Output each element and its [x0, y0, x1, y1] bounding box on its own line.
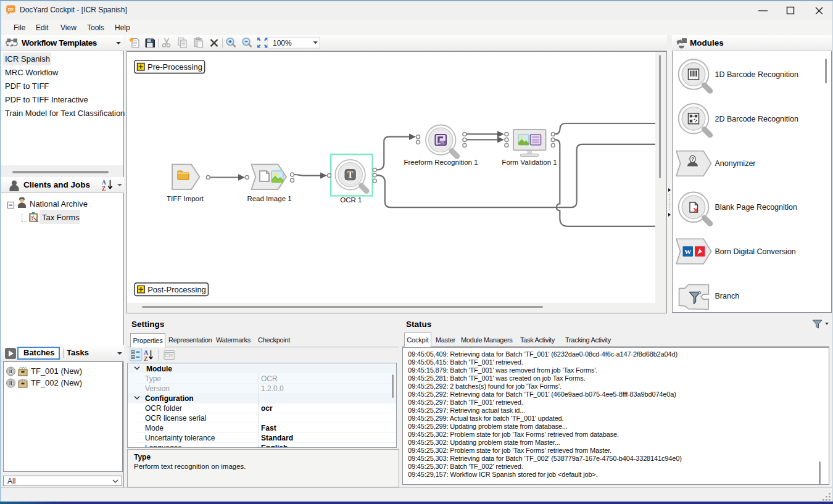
svg-text:OCR 1: OCR 1: [340, 196, 362, 204]
svg-text:Z: Z: [102, 186, 106, 191]
svg-text:Post-Processing: Post-Processing: [147, 285, 206, 294]
svg-text:Blank Page Recognition: Blank Page Recognition: [715, 203, 797, 212]
svg-text:T: T: [347, 170, 354, 180]
svg-text:A: A: [102, 180, 106, 186]
svg-text:Pre-Processing: Pre-Processing: [147, 62, 202, 72]
svg-text:DY: DY: [8, 7, 14, 12]
svg-text:Form Validation 1: Form Validation 1: [502, 159, 557, 166]
svg-text:W: W: [684, 248, 691, 255]
svg-text:Z: Z: [144, 355, 148, 362]
svg-text:?: ?: [691, 156, 694, 162]
svg-text:2D Barcode Recognition: 2D Barcode Recognition: [715, 115, 799, 123]
svg-text:Freeform Recognition 1: Freeform Recognition 1: [404, 159, 478, 166]
svg-text:Born Digital Conversion: Born Digital Conversion: [715, 247, 796, 256]
svg-text:100%: 100%: [273, 39, 292, 48]
svg-text:Anonymizer: Anonymizer: [715, 159, 756, 168]
svg-text:Read Image 1: Read Image 1: [247, 195, 291, 202]
svg-text:1D Barcode Recognition: 1D Barcode Recognition: [715, 70, 799, 79]
svg-text:Branch: Branch: [715, 292, 740, 300]
svg-text:TIFF Import: TIFF Import: [167, 195, 204, 202]
